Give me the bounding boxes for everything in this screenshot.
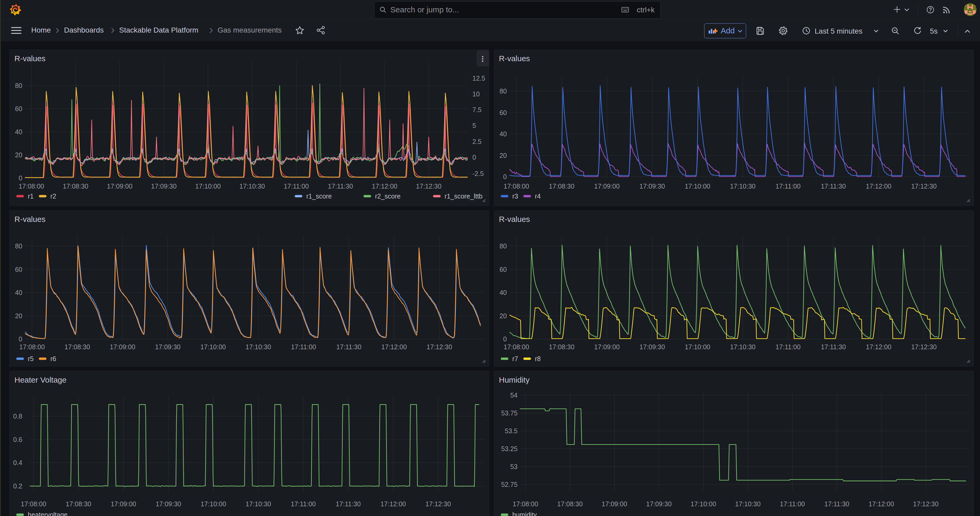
svg-text:0.4: 0.4 (13, 459, 22, 467)
svg-text:r3: r3 (512, 193, 518, 200)
svg-text:r2: r2 (50, 193, 56, 200)
svg-text:R-values: R-values (499, 54, 530, 63)
svg-text:20: 20 (500, 312, 507, 320)
svg-text:60: 60 (15, 266, 22, 273)
svg-text:Heater Voltage: Heater Voltage (14, 376, 67, 384)
svg-text:17:09:30: 17:09:30 (640, 343, 665, 350)
svg-text:17:10:30: 17:10:30 (246, 500, 271, 508)
svg-text:17:10:00: 17:10:00 (685, 183, 710, 190)
svg-text:17:10:00: 17:10:00 (690, 500, 716, 508)
svg-text:17:12:00: 17:12:00 (866, 343, 891, 350)
svg-text:52.75: 52.75 (501, 481, 517, 488)
svg-text:17:12:30: 17:12:30 (416, 183, 441, 190)
svg-text:humidity: humidity (512, 511, 537, 516)
svg-text:10: 10 (473, 90, 480, 98)
svg-text:17:08:30: 17:08:30 (63, 183, 88, 190)
svg-text:17:08:00: 17:08:00 (504, 183, 529, 190)
svg-text:40: 40 (500, 130, 507, 138)
svg-text:17:11:00: 17:11:00 (780, 500, 805, 508)
svg-text:53.75: 53.75 (501, 409, 517, 417)
svg-text:17:11:30: 17:11:30 (328, 183, 353, 190)
svg-text:17:12:00: 17:12:00 (380, 500, 406, 508)
svg-text:17:11:30: 17:11:30 (336, 500, 361, 508)
svg-text:0: 0 (19, 335, 22, 343)
svg-text:80: 80 (15, 242, 22, 250)
svg-text:17:08:00: 17:08:00 (19, 183, 44, 190)
svg-text:17:08:30: 17:08:30 (65, 500, 91, 508)
svg-text:20: 20 (15, 151, 22, 159)
svg-text:80: 80 (15, 82, 22, 89)
svg-text:Humidity: Humidity (499, 376, 530, 384)
svg-text:17:11:30: 17:11:30 (821, 343, 846, 350)
svg-text:R-values: R-values (14, 54, 45, 63)
svg-text:5: 5 (473, 122, 476, 129)
svg-text:17:08:30: 17:08:30 (549, 183, 574, 190)
svg-text:17:09:00: 17:09:00 (107, 183, 132, 190)
svg-text:0: 0 (19, 174, 22, 182)
svg-text:17:08:00: 17:08:00 (21, 500, 46, 508)
svg-text:17:09:30: 17:09:30 (155, 343, 181, 350)
svg-text:60: 60 (500, 109, 507, 116)
svg-text:r4: r4 (535, 193, 541, 200)
svg-text:17:11:30: 17:11:30 (824, 500, 849, 508)
svg-text:R-values: R-values (14, 215, 45, 223)
svg-text:17:11:30: 17:11:30 (821, 183, 846, 190)
svg-text:17:11:00: 17:11:00 (776, 183, 800, 190)
svg-text:-2.5: -2.5 (473, 170, 484, 177)
svg-text:17:10:00: 17:10:00 (195, 183, 221, 190)
svg-text:17:12:00: 17:12:00 (866, 183, 891, 190)
svg-text:17:08:00: 17:08:00 (19, 343, 45, 350)
svg-text:r8: r8 (535, 355, 541, 362)
svg-text:20: 20 (500, 152, 507, 159)
svg-text:17:10:30: 17:10:30 (735, 500, 760, 508)
svg-text:R-values: R-values (499, 215, 530, 223)
svg-text:0: 0 (473, 154, 476, 161)
svg-text:17:12:30: 17:12:30 (911, 343, 937, 350)
svg-text:17:11:00: 17:11:00 (284, 183, 309, 190)
svg-text:80: 80 (500, 88, 507, 95)
svg-text:r7: r7 (512, 355, 518, 362)
svg-text:17:09:00: 17:09:00 (594, 343, 620, 350)
svg-text:17:10:00: 17:10:00 (685, 343, 710, 350)
svg-text:54: 54 (510, 392, 517, 399)
svg-text:17:12:00: 17:12:00 (381, 343, 407, 350)
svg-text:17:09:30: 17:09:30 (156, 500, 181, 508)
svg-text:17:12:00: 17:12:00 (869, 500, 894, 508)
svg-text:17:12:30: 17:12:30 (426, 343, 452, 350)
svg-text:17:12:00: 17:12:00 (372, 183, 397, 190)
svg-text:53.25: 53.25 (501, 445, 517, 452)
svg-text:17:10:30: 17:10:30 (730, 343, 755, 350)
svg-text:53.5: 53.5 (505, 427, 517, 435)
svg-text:7.5: 7.5 (473, 106, 482, 113)
svg-text:17:08:30: 17:08:30 (65, 343, 90, 350)
svg-text:heatervoltage: heatervoltage (28, 511, 68, 516)
svg-text:40: 40 (15, 289, 22, 296)
svg-text:17:10:30: 17:10:30 (246, 343, 271, 350)
svg-text:2.5: 2.5 (473, 138, 482, 145)
svg-text:r1: r1 (28, 193, 33, 200)
svg-text:12.5: 12.5 (473, 75, 485, 82)
svg-text:40: 40 (15, 128, 22, 135)
svg-text:17:09:30: 17:09:30 (151, 183, 177, 190)
svg-text:17:10:00: 17:10:00 (200, 500, 226, 508)
svg-text:r5: r5 (28, 355, 33, 362)
svg-text:0.8: 0.8 (13, 412, 22, 420)
svg-text:17:12:30: 17:12:30 (911, 183, 937, 190)
svg-text:17:08:00: 17:08:00 (504, 343, 529, 350)
svg-text:17:10:30: 17:10:30 (239, 183, 265, 190)
svg-text:17:09:00: 17:09:00 (110, 343, 135, 350)
svg-text:20: 20 (15, 312, 22, 320)
svg-text:17:11:00: 17:11:00 (291, 500, 316, 508)
svg-text:53: 53 (510, 463, 517, 470)
svg-text:17:11:00: 17:11:00 (776, 343, 800, 350)
svg-text:17:09:30: 17:09:30 (646, 500, 671, 508)
svg-text:17:12:30: 17:12:30 (913, 500, 939, 508)
svg-text:0: 0 (503, 335, 507, 343)
svg-text:r2_score: r2_score (375, 193, 401, 200)
svg-text:17:09:00: 17:09:00 (594, 183, 620, 190)
svg-text:r1_score: r1_score (306, 193, 332, 200)
svg-text:r1_score_lttb: r1_score_lttb (445, 193, 483, 200)
svg-text:17:08:00: 17:08:00 (512, 500, 538, 508)
svg-text:17:08:30: 17:08:30 (557, 500, 583, 508)
svg-text:60: 60 (500, 266, 507, 273)
